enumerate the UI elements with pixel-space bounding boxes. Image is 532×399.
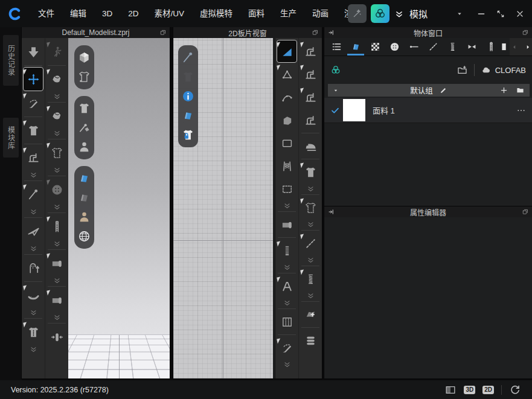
- pinch-garment-tool[interactable]: [46, 104, 67, 128]
- more-tools-chevron[interactable]: [45, 128, 68, 138]
- mesh-pattern-tool[interactable]: [300, 196, 321, 219]
- internal-line-tool[interactable]: [300, 232, 321, 255]
- tab-shirring[interactable]: [443, 38, 462, 56]
- collapse-panel-icon[interactable]: [328, 29, 335, 36]
- dropdown-caret-icon[interactable]: [456, 10, 463, 18]
- cloud-icon[interactable]: [481, 65, 492, 75]
- more-tools-chevron[interactable]: [45, 238, 68, 248]
- curve-sew-tool[interactable]: [300, 86, 321, 109]
- more-tools-chevron[interactable]: [45, 165, 68, 174]
- check-sew-tool[interactable]: [300, 109, 321, 132]
- text-tool[interactable]: [277, 275, 297, 298]
- view-3d-button[interactable]: 3D: [464, 386, 475, 394]
- tab-object-list[interactable]: [327, 38, 346, 56]
- binding-tool[interactable]: [277, 239, 297, 262]
- sew-tool-3d[interactable]: [23, 145, 43, 170]
- drag-garment-tool[interactable]: [46, 67, 67, 91]
- more-tools-chevron[interactable]: [22, 344, 45, 354]
- menu-edit[interactable]: 编辑: [62, 0, 94, 27]
- show-fabric-2d-button[interactable]: [181, 109, 195, 123]
- viewport-3d[interactable]: [68, 38, 170, 378]
- scroll-left-icon[interactable]: [511, 43, 518, 51]
- simulate-button[interactable]: [371, 4, 389, 23]
- menu-2d[interactable]: 2D: [120, 0, 146, 27]
- tab-topstitch[interactable]: [404, 38, 423, 56]
- detach-icon[interactable]: [312, 29, 319, 36]
- pleats-tool[interactable]: [277, 310, 297, 333]
- scroll-right-icon[interactable]: [524, 43, 531, 51]
- elastic-tool[interactable]: [300, 267, 321, 290]
- tab-puckering[interactable]: [462, 38, 481, 56]
- polygon-pattern-tool[interactable]: [277, 109, 297, 132]
- menu-animation[interactable]: 动画: [304, 0, 336, 27]
- tab-module-library[interactable]: 模块库: [3, 118, 19, 158]
- tab-button[interactable]: [385, 38, 404, 56]
- add-group-icon[interactable]: [499, 86, 508, 95]
- fabric-group-header[interactable]: 默认组: [328, 84, 530, 97]
- more-tools-chevron[interactable]: [275, 359, 298, 369]
- more-tools-chevron[interactable]: [45, 275, 68, 285]
- collapse-panel-icon[interactable]: [328, 208, 335, 215]
- quilting-tool[interactable]: [300, 329, 321, 352]
- trace-pattern-tool[interactable]: [277, 177, 297, 200]
- render-style-button[interactable]: [77, 51, 91, 65]
- tab-fabric[interactable]: [346, 38, 365, 56]
- rectangle-pattern-tool[interactable]: [277, 132, 297, 155]
- place-garment-tool[interactable]: [300, 161, 321, 184]
- tape-measure-tool[interactable]: [23, 283, 43, 307]
- detach-icon[interactable]: [159, 29, 167, 36]
- add-fabric-icon[interactable]: [457, 65, 468, 76]
- more-tools-chevron[interactable]: [275, 262, 298, 272]
- show-mesh-button[interactable]: [77, 191, 91, 205]
- detach-icon[interactable]: [522, 29, 529, 36]
- segment-sew-tool[interactable]: [300, 40, 321, 63]
- more-tools-chevron[interactable]: [45, 202, 68, 211]
- tuck-tool[interactable]: [46, 325, 67, 349]
- colorway-tool[interactable]: [23, 256, 43, 280]
- show-environment-button[interactable]: [77, 229, 91, 243]
- select-brush-tool[interactable]: [23, 91, 43, 115]
- show-pin-button[interactable]: [77, 121, 91, 135]
- more-tools-chevron[interactable]: [22, 206, 45, 216]
- show-pattern-button[interactable]: [77, 171, 91, 185]
- simulate-tool[interactable]: [23, 40, 43, 64]
- show-skin-button[interactable]: [77, 210, 91, 224]
- show-garment-2d-button[interactable]: [181, 70, 195, 84]
- more-tools-chevron[interactable]: [45, 312, 68, 322]
- menu-fabric[interactable]: 面料: [240, 0, 272, 27]
- folder-icon[interactable]: [516, 86, 525, 95]
- menu-production[interactable]: 生产: [272, 0, 304, 27]
- panel-2d-titlebar[interactable]: 2D板片视窗: [173, 27, 322, 38]
- pin-2d-button[interactable]: [181, 51, 195, 65]
- select-move-tool[interactable]: [23, 67, 43, 91]
- dart-tool[interactable]: [300, 303, 321, 326]
- tab-zipper[interactable]: [481, 38, 501, 56]
- more-tools-chevron[interactable]: [22, 307, 45, 317]
- clofab-link[interactable]: CLOFAB: [495, 66, 526, 75]
- object-window-titlebar[interactable]: 物体窗口: [324, 27, 532, 38]
- more-tools-chevron[interactable]: [275, 298, 298, 307]
- property-editor-titlebar[interactable]: 属性编辑器: [324, 206, 532, 217]
- edit-curvature-tool[interactable]: [277, 86, 297, 109]
- more-tools-chevron[interactable]: [299, 255, 322, 264]
- detach-icon[interactable]: [522, 208, 529, 215]
- panel-3d-titlebar[interactable]: Default_Modelist.zprj: [22, 27, 170, 38]
- more-tools-chevron[interactable]: [299, 290, 322, 300]
- more-tools-chevron[interactable]: [299, 184, 322, 193]
- transform-pattern-tool[interactable]: [277, 40, 297, 63]
- fold-arrangement-tool[interactable]: [23, 219, 43, 243]
- garment-measure-tool[interactable]: [23, 320, 43, 344]
- minimize-button[interactable]: [476, 9, 486, 19]
- zipper-tool[interactable]: [46, 214, 67, 238]
- more-tools-chevron[interactable]: [22, 243, 45, 253]
- tab-stitch[interactable]: [423, 38, 443, 56]
- item-menu-icon[interactable]: [516, 106, 526, 115]
- more-tools-chevron[interactable]: [22, 170, 45, 179]
- iron-tool[interactable]: [300, 135, 321, 158]
- lacing-tool[interactable]: [277, 155, 297, 177]
- more-tools-chevron[interactable]: [45, 91, 68, 101]
- collapse-chevron-icon[interactable]: [394, 8, 405, 19]
- more-tools-chevron[interactable]: [299, 219, 322, 229]
- rotate-garment-tool[interactable]: [23, 118, 43, 142]
- view-2d-button[interactable]: 2D: [482, 386, 494, 394]
